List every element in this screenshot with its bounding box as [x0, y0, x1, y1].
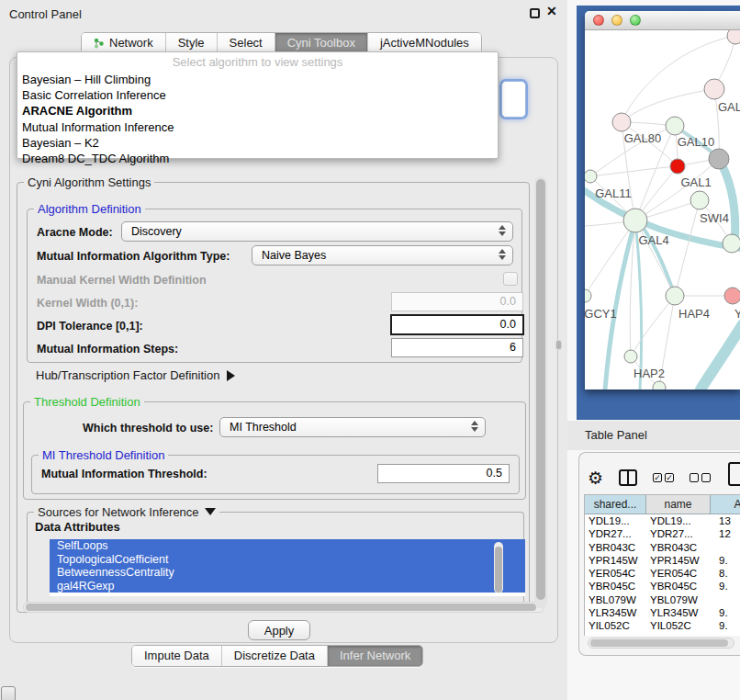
- network-edge[interactable]: [590, 166, 678, 176]
- network-node[interactable]: [727, 30, 740, 44]
- kernel-width-label: Kernel Width (0,1):: [37, 297, 138, 310]
- table-row[interactable]: YBR043CYBR043C: [585, 541, 740, 554]
- algorithm-option[interactable]: Bayesian – K2: [17, 135, 498, 151]
- tab-network[interactable]: Network: [82, 33, 166, 53]
- network-node[interactable]: [653, 381, 666, 390]
- network-node[interactable]: [709, 149, 729, 169]
- network-node-hap4[interactable]: [666, 287, 684, 305]
- algorithm-option[interactable]: Basic Correlation Inference: [17, 87, 498, 103]
- panel-splitter-handle[interactable]: [556, 341, 561, 349]
- table-cell: 9.: [711, 554, 740, 567]
- network-node-gal[interactable]: [704, 79, 724, 99]
- network-edge[interactable]: [631, 296, 675, 356]
- settings-horizontal-scrollbar[interactable]: [23, 602, 544, 613]
- network-edge[interactable]: [605, 220, 635, 390]
- node-label: HAP4: [678, 307, 710, 321]
- table-horizontal-scrollbar[interactable]: [588, 638, 734, 649]
- network-edge[interactable]: [719, 159, 735, 243]
- table-cell: 12: [711, 527, 740, 540]
- mi-threshold-field[interactable]: 0.5: [377, 464, 510, 483]
- column-header[interactable]: shared...: [585, 495, 646, 514]
- aracne-mode-combo[interactable]: Discovery: [121, 221, 513, 242]
- tab-cyni-toolbox[interactable]: Cyni Toolbox: [275, 33, 368, 53]
- network-node-hap2[interactable]: [624, 350, 637, 363]
- apply-button[interactable]: Apply: [248, 620, 310, 640]
- table-row[interactable]: YLR345WYLR345W9.: [585, 606, 740, 619]
- tab-select[interactable]: Select: [218, 33, 275, 53]
- select-all-columns-icon[interactable]: ✓✓: [653, 473, 674, 482]
- network-node-swi4[interactable]: [723, 234, 740, 253]
- mi-type-combo[interactable]: Naive Bayes: [252, 245, 513, 265]
- minimize-window-icon[interactable]: [611, 15, 622, 26]
- function-builder-icon[interactable]: [728, 462, 740, 486]
- table-row[interactable]: YBL079WYBL079W: [585, 593, 740, 606]
- cyni-bottom-tabs: Impute DataDiscretize DataInfer Network: [131, 645, 423, 667]
- kernel-width-field[interactable]: 0.0: [391, 292, 523, 311]
- settings-vertical-scrollbar-thumb[interactable]: [536, 179, 545, 600]
- tab-style[interactable]: Style: [166, 33, 218, 53]
- network-canvas[interactable]: GALGAL80GAL10GAL1GAL11GAL4SWI4GCY1HAP4YH…: [585, 30, 740, 390]
- table-row[interactable]: YPR145WYPR145W9.: [585, 554, 740, 567]
- table-cell: YBR045C: [585, 580, 646, 593]
- network-node-gal80[interactable]: [612, 113, 631, 131]
- bottom-tab-infer-network[interactable]: Infer Network: [328, 646, 422, 666]
- algorithm-option[interactable]: Dream8 DC_TDC Algorithm: [17, 151, 498, 166]
- network-node-gcy1[interactable]: [585, 289, 591, 302]
- minimized-panel-icon[interactable]: [1, 686, 16, 700]
- mi-steps-field[interactable]: 6: [391, 338, 523, 357]
- data-attribute-item[interactable]: TopologicalCoefficient: [50, 553, 525, 567]
- network-node-gal4[interactable]: [623, 209, 647, 232]
- network-node-gal11[interactable]: [585, 170, 597, 183]
- column-layout-icon[interactable]: [619, 469, 637, 486]
- deselect-all-columns-icon[interactable]: [690, 473, 711, 482]
- network-edge[interactable]: [622, 89, 714, 122]
- network-edge[interactable]: [701, 324, 740, 390]
- hub-factor-label: Hub/Transcription Factor Definition: [36, 368, 219, 382]
- data-attribute-item[interactable]: gal4RGexp: [50, 580, 525, 593]
- column-header[interactable]: name: [646, 495, 711, 514]
- table-row[interactable]: YER054CYER054C8.: [585, 567, 740, 580]
- table-row[interactable]: YBR045CYBR045C9.: [585, 580, 740, 593]
- which-threshold-combo[interactable]: MI Threshold: [219, 417, 486, 437]
- network-window-titlebar[interactable]: [585, 11, 740, 30]
- column-header[interactable]: A: [711, 495, 740, 514]
- network-node-gal10[interactable]: [666, 117, 684, 135]
- bottom-tab-impute-data[interactable]: Impute Data: [132, 646, 222, 666]
- network-edge[interactable]: [675, 200, 700, 296]
- manual-kernel-checkbox[interactable]: [503, 272, 518, 286]
- algorithm-option[interactable]: Mutual Information Inference: [17, 119, 498, 135]
- float-panel-icon[interactable]: [530, 8, 540, 18]
- table-cell: YDR27...: [646, 527, 711, 540]
- data-attributes-list[interactable]: SelfLoopsTopologicalCoefficientBetweenne…: [50, 539, 525, 596]
- gear-icon[interactable]: ⚙: [588, 469, 603, 487]
- node-label: GAL: [718, 100, 740, 114]
- data-attribute-item[interactable]: SelfLoops: [50, 539, 525, 553]
- network-node-gal1[interactable]: [690, 191, 709, 209]
- table-row[interactable]: YIL052CYIL052C9.: [585, 619, 740, 632]
- mi-threshold-label: Mutual Information Threshold:: [41, 468, 207, 480]
- data-attribute-item[interactable]: BetweennessCentrality: [50, 566, 525, 580]
- close-window-icon[interactable]: [593, 15, 604, 26]
- algorithm-option[interactable]: ARACNE Algorithm: [17, 103, 498, 119]
- bottom-tab-discretize-data[interactable]: Discretize Data: [222, 646, 328, 666]
- close-panel-icon[interactable]: ✕: [546, 4, 557, 18]
- threshold-definition-group: Threshold Definition Which threshold to …: [23, 401, 526, 500]
- attributes-scrollbar[interactable]: [494, 542, 503, 593]
- mi-threshold-group-title: MI Threshold Definition: [39, 448, 168, 462]
- table-cell: YPR145W: [646, 554, 711, 567]
- network-node[interactable]: [670, 159, 685, 174]
- dpi-tolerance-field[interactable]: 0.0: [390, 314, 524, 335]
- mi-type-label: Mutual Information Algorithm Type:: [37, 250, 230, 263]
- hub-factor-section[interactable]: Hub/Transcription Factor Definition: [36, 368, 235, 382]
- table-panel-title: Table Panel: [585, 428, 647, 442]
- tab-label: jActiveMNodules: [380, 36, 469, 50]
- zoom-window-icon[interactable]: [630, 15, 641, 26]
- table-row[interactable]: YDR27...YDR27...12: [585, 527, 740, 540]
- table-cell: 8.: [711, 567, 740, 580]
- tab-jactivemnodules[interactable]: jActiveMNodules: [368, 33, 481, 53]
- table-row[interactable]: YDL19...YDL19...13: [585, 514, 740, 527]
- algorithm-option[interactable]: Bayesian – Hill Climbing: [17, 72, 498, 87]
- node-label: GCY1: [585, 307, 617, 321]
- network-node-y[interactable]: [724, 288, 740, 304]
- sources-title: Sources for Network Inference: [34, 505, 219, 519]
